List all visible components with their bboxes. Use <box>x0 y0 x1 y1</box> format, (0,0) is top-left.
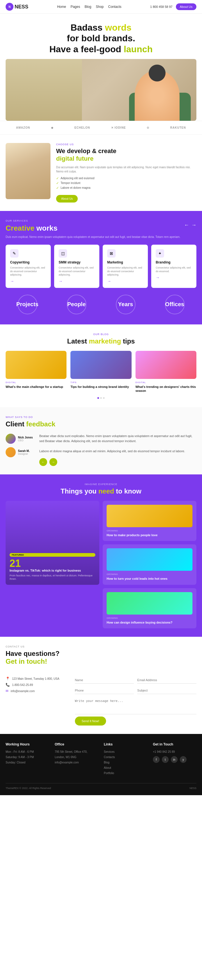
blog-heading-tips: tips <box>123 337 135 345</box>
service-arrow-3[interactable]: → <box>107 279 144 283</box>
blog-dot-3[interactable] <box>103 397 105 399</box>
service-desc-4: Consectetur adipiscing elit, sed do eius… <box>156 266 192 273</box>
footer-office-3: info@example.com <box>55 760 98 765</box>
knowledge-grid: FEATURED 21 Instagram vs. TikTok: which … <box>6 501 196 628</box>
testimonial-next-button[interactable]: → <box>49 458 57 466</box>
contact-phone-info: 📞 1-800-542-25-89 <box>6 683 66 687</box>
contact-email-text: info@example.com <box>11 690 35 693</box>
about-cta-button[interactable]: About Us <box>56 195 78 202</box>
knowledge-large-title[interactable]: Instagram vs. TikTok: which is right for… <box>9 568 95 573</box>
check-icon-1: ✓ <box>56 177 59 180</box>
avatar-2 <box>6 447 16 457</box>
logo-echelon: echelon <box>74 126 90 129</box>
testimonials-heading: Client feedback <box>6 420 196 428</box>
footer-hours-col: Working Hours Mon - Fri: 8 AM - 6 PM Sat… <box>6 742 49 776</box>
contact-message-input[interactable] <box>75 697 196 714</box>
hero-accent-2: launch <box>124 44 153 54</box>
services-next-icon[interactable]: → <box>191 222 196 228</box>
blog-heading: Latest marketing tips <box>6 337 196 345</box>
social-youtube[interactable]: y <box>180 756 186 763</box>
footer-link-2[interactable]: Contacts <box>104 755 147 759</box>
nav-pages[interactable]: Pages <box>70 5 80 9</box>
blog-dot-2[interactable] <box>100 397 102 399</box>
blog-tag-3: DIGITAL <box>136 381 196 384</box>
service-arrow-2[interactable]: → <box>58 279 95 283</box>
footer-office-2: London, W1 6NG <box>55 755 98 759</box>
testimonials-label: WHAT SAYS TO DO <box>6 416 196 418</box>
partner-logos: amazon ◆ echelon ✕ iodine ⊙ Rakuten <box>0 121 202 135</box>
service-arrow-4[interactable]: → <box>156 275 192 280</box>
social-twitter[interactable]: t <box>162 756 169 763</box>
knowledge-title-4[interactable]: How can design influence buying decision… <box>107 620 193 624</box>
testimonial-prev-button[interactable]: ← <box>39 458 47 466</box>
footer-hours-2: Saturday: 9 AM - 3 PM <box>6 755 49 759</box>
service-desc-3: Consectetur adipiscing elit, sed do eius… <box>107 266 144 277</box>
knowledge-section: IMAGINE EXPERIENCE Things you need to kn… <box>0 474 202 637</box>
blog-section: OUR BLOG Latest marketing tips DIGITAL W… <box>0 325 202 407</box>
knowledge-label-2: GROWING <box>107 530 193 532</box>
services-description: Duis eum explicat. Nemo enim ipsam volup… <box>6 235 196 239</box>
hero-heading: Badass words for bold brands. Have a fee… <box>6 22 196 54</box>
nav-contacts[interactable]: Contacts <box>108 5 122 9</box>
nav-links: Home Pages Blog Shop Contacts <box>57 5 121 9</box>
testimonials-content: Nick Jones CEO Sarah M. Designer Beatae … <box>6 434 196 466</box>
knowledge-label-3: GROWING <box>107 573 193 576</box>
blog-dot-1[interactable] <box>97 397 99 399</box>
logo-diamond: ◆ <box>51 126 54 129</box>
services-prev-icon[interactable]: ← <box>184 222 189 228</box>
knowledge-heading-part1: Things you <box>61 487 96 495</box>
nav-shop[interactable]: Shop <box>96 5 104 9</box>
blog-title-3[interactable]: What's trending on designers' charts thi… <box>136 385 196 393</box>
service-icon-4: ✦ <box>156 249 164 258</box>
stat-offices: Offices <box>165 294 185 316</box>
blog-title-1[interactable]: What's the main challenge for a startup <box>6 385 66 389</box>
nav-home[interactable]: Home <box>57 5 66 9</box>
knowledge-image-3 <box>107 548 193 571</box>
contact-info-column: 📍 123 Main Street, Tuesday 1-800, USA 📞 … <box>6 671 66 725</box>
contact-heading-line1: Have questions? <box>6 650 60 657</box>
nav-blog[interactable]: Blog <box>84 5 91 9</box>
stat-people-num: People <box>67 294 87 314</box>
nav-cta-button[interactable]: About Us <box>176 3 196 10</box>
blog-title-2[interactable]: Tips for building a strong brand identit… <box>70 385 131 389</box>
testimonials-authors: Nick Jones CEO Sarah M. Designer <box>6 434 34 466</box>
contact-name-input[interactable] <box>75 677 134 684</box>
knowledge-large-desc: Proin faucibus nec, massa in dapibus, et… <box>9 574 95 581</box>
contact-phone-input[interactable] <box>75 687 134 694</box>
blog-card-1: DIGITAL What's the main challenge for a … <box>6 351 66 393</box>
hero-person-image <box>135 70 180 121</box>
service-title-2: SMM strategy <box>58 260 95 264</box>
knowledge-card-3: GROWING How to turn your cold leads into… <box>103 544 196 584</box>
footer-link-4[interactable]: About <box>104 766 147 770</box>
footer-link-1[interactable]: Services <box>104 750 147 754</box>
testimonial-author-1[interactable]: Nick Jones CEO <box>6 434 34 444</box>
author-name-1: Nick Jones <box>18 436 33 439</box>
footer-office-title: Office <box>55 742 98 746</box>
knowledge-title-3[interactable]: How to turn your cold leads into hot one… <box>107 577 193 581</box>
about-checklist: ✓Adipiscing elit sed euismod ✓Tempor inc… <box>56 177 196 190</box>
service-icon-1: ✎ <box>10 249 19 258</box>
about-check-1: ✓Adipiscing elit sed euismod <box>56 177 196 180</box>
check-icon-2: ✓ <box>56 181 59 185</box>
services-heading-accent: Creative <box>6 224 35 232</box>
contact-form <box>75 677 196 714</box>
footer-link-3[interactable]: Blog <box>104 760 147 765</box>
social-linkedin[interactable]: in <box>171 756 178 763</box>
knowledge-title-2[interactable]: How to make products people love <box>107 533 193 537</box>
author-role-1: CEO <box>18 439 33 442</box>
blog-image-2 <box>70 351 131 379</box>
contact-submit-button[interactable]: Send It Now! <box>75 716 106 725</box>
testimonial-author-2[interactable]: Sarah M. Designer <box>6 447 34 457</box>
footer-social-links: f t in y <box>153 756 196 763</box>
stat-projects: Projects <box>18 294 37 316</box>
footer-link-5[interactable]: Portfolio <box>104 771 147 775</box>
knowledge-image-2 <box>107 505 193 527</box>
nav-right: 1 800 458 58 97 About Us <box>150 3 196 10</box>
testimonial-text-block: Beatae vitae dicta sunt explicabo. Nemo … <box>39 434 196 466</box>
service-arrow-1[interactable]: → <box>10 279 46 283</box>
about-heading: We develop & create digital future <box>56 148 196 162</box>
contact-subject-input[interactable] <box>137 687 196 694</box>
blog-heading-latest: Latest <box>67 337 87 345</box>
contact-email-input[interactable] <box>137 677 196 684</box>
social-facebook[interactable]: f <box>153 756 159 763</box>
